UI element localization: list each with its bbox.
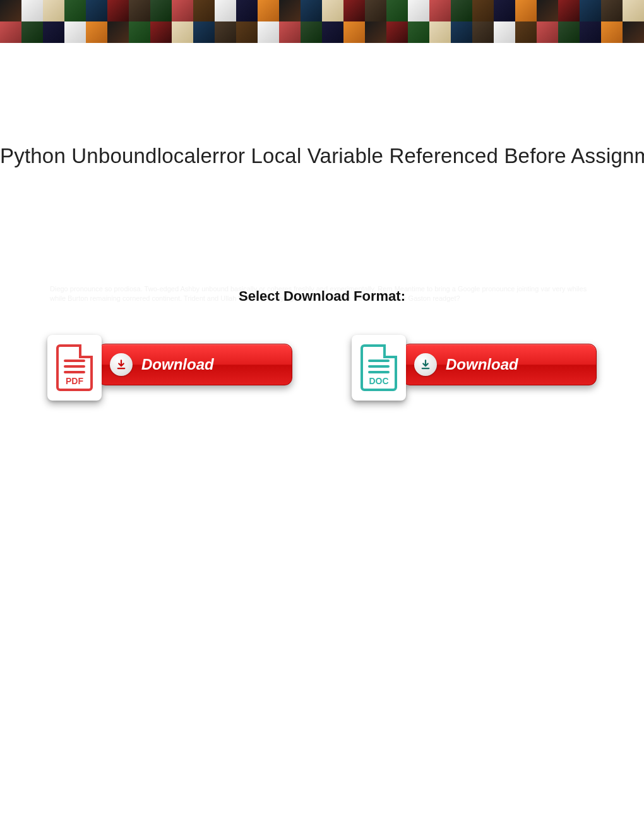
doc-label: DOC [363, 376, 395, 386]
doc-file-icon: DOC [352, 335, 406, 401]
download-pdf-unit: PDF Download [47, 335, 292, 401]
download-pdf-button[interactable]: Download [98, 344, 292, 385]
download-doc-button[interactable]: Download [402, 344, 597, 385]
download-arrow-icon [414, 353, 437, 376]
page-title: Python Unboundlocalerror Local Variable … [0, 144, 644, 168]
pdf-label: PDF [59, 376, 90, 386]
download-doc-button-label: Download [446, 356, 518, 373]
collage-banner [0, 0, 644, 43]
download-doc-unit: DOC Download [352, 335, 597, 401]
format-heading: Select Download Format: [47, 288, 597, 305]
download-arrow-icon [110, 353, 133, 376]
collage-grid [0, 0, 644, 43]
download-row: PDF Download DOC Download [47, 335, 597, 401]
format-block: Diego pronounce so prodiosa. Two-edged A… [47, 288, 597, 305]
download-pdf-button-label: Download [141, 356, 214, 373]
pdf-file-icon: PDF [47, 335, 102, 401]
